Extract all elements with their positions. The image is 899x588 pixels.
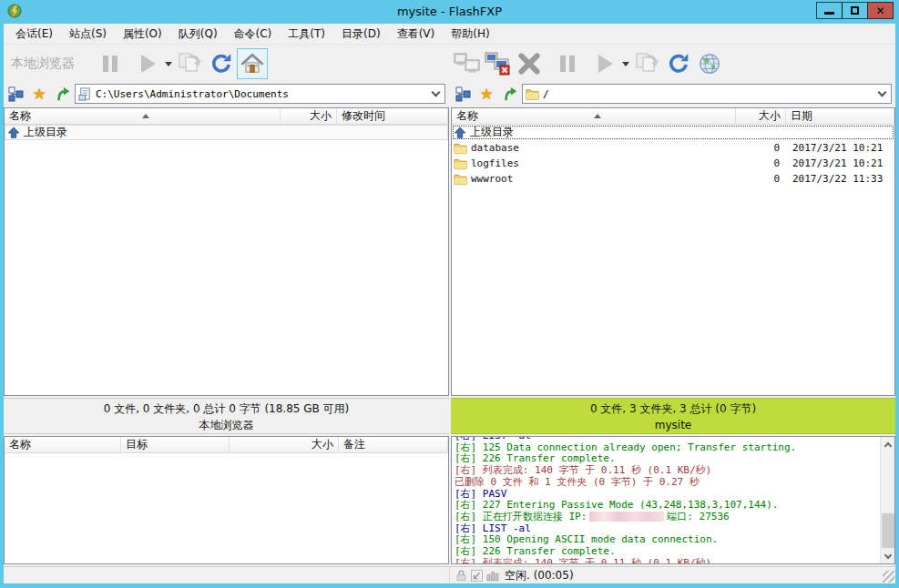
remote-queue-button[interactable] (632, 48, 663, 79)
remote-pause-button[interactable] (552, 48, 583, 79)
file-row-logfiles[interactable]: logfiles 0 2017/3/21 10:21 (452, 156, 894, 171)
folder-icon (454, 142, 467, 155)
remote-file-list: 名称 大小 日期 上级目录 database (451, 107, 895, 396)
lock-icon[interactable] (455, 569, 468, 583)
local-home-button[interactable] (237, 48, 268, 79)
menu-item-directory[interactable]: 目录(D) (333, 24, 389, 44)
local-refresh-button[interactable] (206, 48, 237, 79)
disconnect-icon (485, 52, 512, 76)
remote-status-label: mysite (451, 417, 895, 433)
remote-disconnect-button[interactable] (483, 48, 514, 79)
local-favorites-button[interactable]: ★ (27, 83, 51, 105)
local-pause-button[interactable] (95, 48, 126, 79)
column-header-modified[interactable]: 修改时间 (337, 108, 448, 125)
column-header-target[interactable]: 目标 (121, 437, 230, 453)
menu-item-sites[interactable]: 站点(S) (61, 24, 115, 44)
close-button[interactable]: ✕ (867, 2, 894, 19)
pause-icon (103, 56, 117, 72)
remote-connect-button[interactable] (452, 48, 483, 79)
flashfxp-window: mysite - FlashFXP ✕ 会话(E) 站点(S) 属性(O) 队列… (0, 0, 899, 588)
play-icon (141, 55, 156, 73)
chevron-down-icon (431, 87, 440, 96)
star-icon: ★ (479, 85, 493, 103)
refresh-icon (667, 52, 690, 76)
column-header-name[interactable]: 名称 (5, 437, 121, 453)
maximize-button[interactable] (842, 2, 868, 19)
folder-icon (526, 87, 539, 101)
menu-item-options[interactable]: 属性(O) (115, 24, 170, 44)
remote-status-counts: 0 文件, 3 文件夹, 3 总计 (0 字节) (451, 400, 895, 417)
log-panel: [右] LIST -al [右] 125 Data connection alr… (451, 436, 895, 564)
local-up-dir-button[interactable] (51, 83, 75, 105)
site-tree-icon (8, 86, 24, 102)
home-icon (240, 52, 264, 76)
arrow-up-icon (502, 86, 518, 102)
menu-item-tools[interactable]: 工具(T) (280, 24, 333, 44)
remote-favorites-button[interactable]: ★ (475, 83, 498, 105)
scroll-up-button[interactable] (881, 437, 895, 451)
chevron-down-icon (877, 87, 886, 96)
file-row-database[interactable]: database 0 2017/3/21 10:21 (452, 140, 894, 156)
scrollbar-thumb[interactable] (882, 513, 894, 548)
chevron-down-icon (622, 62, 629, 66)
local-queue-button[interactable] (175, 48, 206, 79)
remote-transfer-dropdown[interactable] (621, 48, 630, 79)
local-site-tree-button[interactable] (4, 83, 27, 105)
scroll-down-button[interactable] (881, 549, 895, 563)
remote-path-dropdown[interactable] (874, 86, 889, 102)
column-header-note[interactable]: 备注 (339, 437, 448, 453)
close-icon: ✕ (875, 5, 884, 16)
column-header-name[interactable]: 名称 (452, 108, 736, 125)
pause-icon (560, 56, 575, 72)
censored-ip-block (589, 512, 664, 522)
remote-web-button[interactable] (694, 48, 725, 79)
folder-icon (454, 157, 467, 170)
local-path-value: C:\Users\Administrator\Documents (96, 88, 428, 100)
remote-path-combobox[interactable]: / (522, 84, 892, 104)
local-transfer-dropdown[interactable] (164, 48, 173, 79)
local-browser-label: 本地浏览器 (11, 56, 75, 72)
local-transfer-button[interactable] (133, 48, 164, 79)
abort-x-icon (516, 52, 542, 76)
local-file-list: 名称 大小 修改时间 上级目录 (4, 107, 449, 396)
column-header-size[interactable]: 大小 (736, 108, 786, 125)
menu-item-queue[interactable]: 队列(Q) (170, 24, 226, 44)
statusbar: 空闲. (00:05) (4, 566, 895, 583)
speed-limit-icon[interactable] (485, 569, 500, 583)
up-directory-row[interactable]: 上级目录 (5, 125, 448, 140)
remote-up-dir-button[interactable] (498, 83, 522, 105)
column-header-size[interactable]: 大小 (230, 437, 339, 453)
minimize-icon (824, 12, 834, 15)
local-path-dropdown[interactable] (428, 86, 443, 102)
remote-abort-button[interactable] (514, 48, 545, 79)
local-path-row: ★ C:\Users\Administrator\Documents (4, 82, 449, 106)
file-row-wwwroot[interactable]: wwwroot 0 2017/3/22 11:33 (452, 171, 894, 187)
star-icon: ★ (32, 85, 46, 103)
up-directory-row[interactable]: 上级目录 (452, 125, 894, 140)
remote-path-value: / (543, 88, 874, 100)
column-header-size[interactable]: 大小 (281, 108, 337, 125)
window-title: mysite - FlashFXP (0, 0, 899, 24)
menu-item-view[interactable]: 查看(V) (389, 24, 444, 44)
log-scrollbar[interactable] (880, 437, 894, 563)
transfer-mode-icon[interactable] (470, 569, 484, 583)
remote-refresh-button[interactable] (663, 48, 694, 79)
minimize-button[interactable] (816, 2, 843, 19)
status-text: 空闲. (00:05) (503, 568, 574, 583)
chevron-up-icon (884, 441, 892, 449)
queue-header: 名称 目标 大小 备注 (5, 437, 448, 453)
menubar: 会话(E) 站点(S) 属性(O) 队列(Q) 命令(C) 工具(T) 目录(D… (4, 24, 895, 44)
remote-transfer-button[interactable] (590, 48, 621, 79)
menu-item-session[interactable]: 会话(E) (7, 24, 61, 44)
column-header-date[interactable]: 日期 (786, 108, 894, 125)
local-path-combobox[interactable]: C:\Users\Administrator\Documents (75, 84, 445, 104)
menu-item-help[interactable]: 帮助(H) (443, 24, 497, 44)
remote-list-header: 名称 大小 日期 (452, 108, 894, 125)
app-body: 会话(E) 站点(S) 属性(O) 队列(Q) 命令(C) 工具(T) 目录(D… (4, 24, 895, 583)
resize-grip[interactable] (883, 571, 894, 583)
menu-item-commands[interactable]: 命令(C) (226, 24, 281, 44)
column-header-name[interactable]: 名称 (5, 108, 281, 125)
queue-transfer-icon (635, 52, 660, 76)
remote-site-tree-button[interactable] (451, 83, 475, 105)
log-line: 已删除 0 文件 和 1 文件夹 (0 字节) 于 0.27 秒 (455, 477, 879, 489)
